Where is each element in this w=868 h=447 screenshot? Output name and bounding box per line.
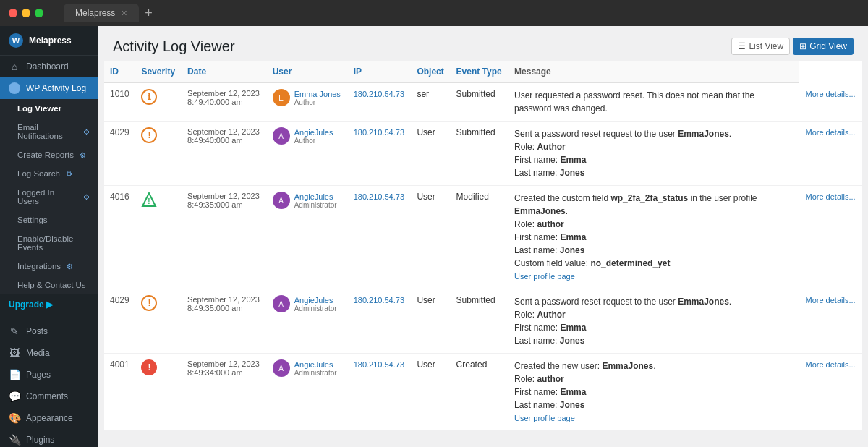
user-name: AngieJules [294, 128, 333, 137]
row-ip: 180.210.54.73 [348, 83, 412, 122]
ip-link[interactable]: 180.210.54.73 [354, 296, 404, 305]
pages-icon: 📄 [9, 369, 20, 380]
sidebar-item-wp-activity-log[interactable]: WP Activity Log [0, 77, 98, 99]
appearance-icon: 🎨 [9, 412, 20, 424]
browser-tab[interactable]: Melapress ✕ [64, 4, 139, 22]
grid-view-label: Grid View [809, 41, 847, 51]
list-icon: ☰ [738, 41, 746, 51]
new-tab-button[interactable]: + [145, 6, 153, 21]
window-controls [9, 9, 43, 17]
table-row: 4016 ! September 12, 20238:49:35:000 am … [104, 186, 862, 289]
sidebar-item-logged-in-users[interactable]: Logged In Users ⚙ [0, 183, 98, 210]
sidebar-item-email-notifications[interactable]: Email Notifications ⚙ [0, 118, 98, 145]
upgrade-button[interactable]: Upgrade ▶ [0, 294, 98, 315]
row-date: September 12, 20238:49:35:000 am [182, 289, 267, 354]
more-details-button[interactable]: More details... [805, 360, 855, 369]
sidebar-item-posts[interactable]: ✎ Posts [0, 320, 98, 342]
badge-icon: ⚙ [80, 151, 86, 159]
ip-link[interactable]: 180.210.54.73 [354, 360, 404, 369]
maximize-button[interactable] [35, 9, 43, 17]
col-date[interactable]: Date [182, 61, 267, 83]
tab-close-button[interactable]: ✕ [121, 9, 127, 18]
sidebar-item-help-contact-us[interactable]: Help & Contact Us [0, 276, 98, 294]
page-header: Activity Log Viewer ☰ List View ⊞ Grid V… [98, 26, 868, 61]
logged-in-users-label: Logged In Users [17, 188, 77, 205]
sidebar-item-media[interactable]: 🖼 Media [0, 342, 98, 364]
more-details-button[interactable]: More details... [805, 128, 855, 137]
table-row: 1010 ℹ September 12, 20238:49:40:000 am … [104, 83, 862, 122]
avatar: A [273, 127, 290, 145]
row-object: User [411, 289, 450, 354]
table-header-row: ID Severity Date User IP Object Event Ty… [104, 61, 862, 83]
main-content: Activity Log Viewer ☰ List View ⊞ Grid V… [98, 26, 868, 447]
sidebar-item-pages[interactable]: 📄 Pages [0, 364, 98, 386]
row-actions: More details... [799, 354, 862, 431]
sidebar-item-appearance[interactable]: 🎨 Appearance [0, 407, 98, 429]
badge-icon: ⚙ [67, 263, 73, 271]
row-user: A AngieJules Administrator [267, 354, 348, 431]
view-toggle: ☰ List View ⊞ Grid View [731, 38, 854, 55]
sidebar-item-comments[interactable]: 💬 Comments [0, 386, 98, 407]
user-profile-link[interactable]: User profile page [514, 272, 575, 281]
page-title: Activity Log Viewer [113, 38, 235, 55]
col-event-type[interactable]: Event Type [451, 61, 509, 83]
severity-warning-icon: ! [141, 127, 157, 143]
posts-icon: ✎ [9, 325, 20, 337]
row-object: User [411, 186, 450, 289]
appearance-label: Appearance [26, 413, 73, 423]
badge-icon: ⚙ [83, 193, 90, 201]
table-row: 4001 ! September 12, 20238:49:34:000 am … [104, 354, 862, 431]
row-date: September 12, 20238:49:34:000 am [182, 354, 267, 431]
ip-link[interactable]: 180.210.54.73 [354, 128, 404, 137]
sidebar-item-integrations[interactable]: Integrations ⚙ [0, 257, 98, 276]
sidebar-item-plugins[interactable]: 🔌 Plugins [0, 429, 98, 447]
email-notifications-label: Email Notifications [17, 123, 77, 140]
row-user: A AngieJules Administrator [267, 289, 348, 354]
sidebar-item-log-search[interactable]: Log Search ⚙ [0, 164, 98, 183]
sidebar-item-dashboard[interactable]: ⌂ Dashboard [0, 56, 98, 77]
sidebar-item-enable-disable-events[interactable]: Enable/Disable Events [0, 229, 98, 257]
badge-icon: ⚙ [66, 170, 72, 178]
create-reports-label: Create Reports [17, 150, 74, 159]
col-object[interactable]: Object [411, 61, 450, 83]
row-date: September 12, 20238:49:40:000 am [182, 122, 267, 186]
user-name: Emma Jones [294, 90, 341, 98]
app-body: W Melapress ⌂ Dashboard WP Activity Log … [0, 26, 868, 447]
row-id: 4029 [104, 289, 135, 354]
col-severity[interactable]: Severity [135, 61, 182, 83]
posts-label: Posts [26, 326, 48, 336]
row-user: E Emma Jones Author [267, 83, 348, 122]
comments-label: Comments [26, 391, 68, 401]
user-profile-link[interactable]: User profile page [514, 414, 575, 422]
ip-link[interactable]: 180.210.54.73 [354, 90, 404, 98]
minimize-button[interactable] [22, 9, 30, 17]
row-event-type: Modified [451, 186, 509, 289]
user-role: Administrator [294, 305, 337, 312]
more-details-button[interactable]: More details... [805, 192, 855, 201]
avatar: E [273, 89, 290, 106]
row-severity: ! [135, 289, 182, 354]
list-view-button[interactable]: ☰ List View [731, 38, 790, 55]
col-id[interactable]: ID [104, 61, 135, 83]
user-role: Administrator [294, 201, 337, 209]
integrations-label: Integrations [17, 262, 61, 271]
more-details-button[interactable]: More details... [805, 90, 855, 98]
col-user[interactable]: User [267, 61, 348, 83]
close-button[interactable] [9, 9, 17, 17]
row-object: User [411, 354, 450, 431]
sidebar-item-create-reports[interactable]: Create Reports ⚙ [0, 145, 98, 164]
avatar: A [273, 295, 290, 312]
sidebar-item-settings[interactable]: Settings [0, 210, 98, 229]
ip-link[interactable]: 180.210.54.73 [354, 192, 404, 201]
col-ip[interactable]: IP [348, 61, 412, 83]
sidebar-item-log-viewer[interactable]: Log Viewer [0, 99, 98, 118]
severity-warning-icon: ! [141, 295, 157, 311]
row-date: September 12, 20238:49:35:000 am [182, 186, 267, 289]
row-message: Created the new user: EmmaJones. Role: a… [509, 354, 799, 431]
grid-view-button[interactable]: ⊞ Grid View [793, 38, 854, 55]
table-row: 4029 ! September 12, 20238:49:40:000 am … [104, 122, 862, 186]
more-details-button[interactable]: More details... [805, 296, 855, 305]
row-message: Sent a password reset request to the use… [509, 289, 799, 354]
row-id: 4016 [104, 186, 135, 289]
list-view-label: List View [749, 41, 783, 51]
